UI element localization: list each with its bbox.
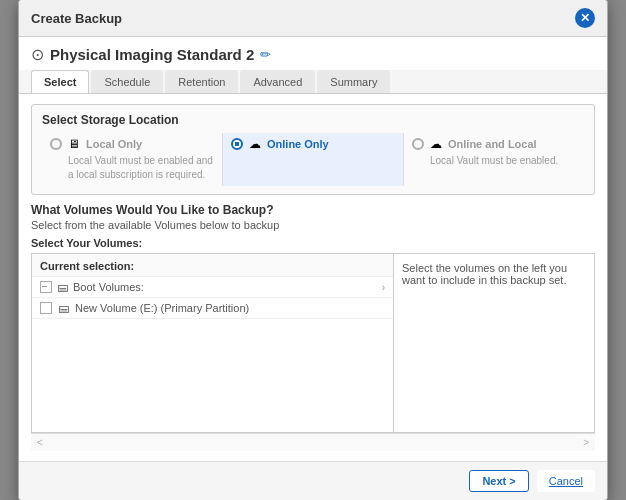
boot-vol-left: 🖴 Boot Volumes: bbox=[40, 281, 144, 293]
volumes-label: Select Your Volumes: bbox=[31, 237, 595, 249]
modal-body: Select Storage Location 🖥 Local Only Loc… bbox=[19, 94, 607, 461]
edit-name-icon[interactable]: ✏ bbox=[260, 47, 271, 62]
volumes-subtitle: Select from the available Volumes below … bbox=[31, 219, 595, 231]
scroll-hint-bar: < > bbox=[31, 433, 595, 451]
tabs-bar: Select Schedule Retention Advanced Summa… bbox=[19, 70, 607, 94]
next-button[interactable]: Next > bbox=[469, 470, 528, 492]
new-volume-item[interactable]: 🖴 New Volume (E:) (Primary Partition) bbox=[32, 298, 393, 319]
new-volume-icon: 🖴 bbox=[58, 302, 69, 314]
local-radio bbox=[50, 138, 62, 150]
local-option-desc: Local Vault must be enabled and a local … bbox=[50, 154, 214, 182]
both-icon: ☁ bbox=[430, 137, 442, 151]
new-volume-checkbox[interactable] bbox=[40, 302, 52, 314]
storage-option-both[interactable]: ☁ Online and Local Local Vault must be e… bbox=[404, 133, 584, 186]
online-icon: ☁ bbox=[249, 137, 261, 151]
right-panel-text: Select the volumes on the left you want … bbox=[402, 262, 567, 286]
storage-location-section: Select Storage Location 🖥 Local Only Loc… bbox=[31, 104, 595, 195]
scroll-right[interactable]: > bbox=[583, 437, 589, 448]
tab-advanced[interactable]: Advanced bbox=[240, 70, 315, 93]
boot-volumes-item[interactable]: 🖴 Boot Volumes: › bbox=[32, 277, 393, 298]
both-option-label: Online and Local bbox=[448, 138, 537, 150]
modal-header-title: Create Backup bbox=[31, 11, 122, 26]
boot-volumes-checkbox[interactable] bbox=[40, 281, 52, 293]
both-radio bbox=[412, 138, 424, 150]
boot-volumes-expand-icon: › bbox=[382, 282, 385, 293]
backup-name: Physical Imaging Standard 2 bbox=[50, 46, 254, 63]
close-icon: ✕ bbox=[580, 11, 590, 25]
local-option-header: 🖥 Local Only bbox=[50, 137, 214, 151]
online-option-label: Online Only bbox=[267, 138, 329, 150]
tab-summary[interactable]: Summary bbox=[317, 70, 390, 93]
storage-option-local[interactable]: 🖥 Local Only Local Vault must be enabled… bbox=[42, 133, 223, 186]
tab-retention[interactable]: Retention bbox=[165, 70, 238, 93]
tab-schedule[interactable]: Schedule bbox=[91, 70, 163, 93]
volumes-question: What Volumes Would You Like to Backup? bbox=[31, 203, 595, 217]
backup-type-icon: ⊙ bbox=[31, 45, 44, 64]
storage-options: 🖥 Local Only Local Vault must be enabled… bbox=[42, 133, 584, 186]
local-icon: 🖥 bbox=[68, 137, 80, 151]
create-backup-modal: Create Backup ✕ ⊙ Physical Imaging Stand… bbox=[18, 0, 608, 500]
modal-header: Create Backup ✕ bbox=[19, 0, 607, 37]
close-button[interactable]: ✕ bbox=[575, 8, 595, 28]
local-option-label: Local Only bbox=[86, 138, 142, 150]
modal-footer: Next > Cancel bbox=[19, 461, 607, 500]
both-option-desc: Local Vault must be enabled. bbox=[412, 154, 576, 168]
volumes-section: What Volumes Would You Like to Backup? S… bbox=[31, 203, 595, 451]
storage-option-online[interactable]: ☁ Online Only bbox=[223, 133, 404, 186]
online-option-header: ☁ Online Only bbox=[231, 137, 395, 151]
volumes-left-panel: Current selection: 🖴 Boot Volumes: › bbox=[32, 254, 394, 432]
current-selection-label: Current selection: bbox=[32, 254, 393, 277]
both-option-header: ☁ Online and Local bbox=[412, 137, 576, 151]
new-volume-label: New Volume (E:) (Primary Partition) bbox=[75, 302, 249, 314]
boot-volumes-label: Boot Volumes: bbox=[73, 281, 144, 293]
online-radio bbox=[231, 138, 243, 150]
volumes-panels: Current selection: 🖴 Boot Volumes: › bbox=[31, 253, 595, 433]
cancel-button[interactable]: Cancel bbox=[537, 470, 595, 492]
backup-title-row: ⊙ Physical Imaging Standard 2 ✏ bbox=[19, 37, 607, 70]
boot-volumes-icon: 🖴 bbox=[57, 281, 68, 293]
volumes-right-panel: Select the volumes on the left you want … bbox=[394, 254, 594, 432]
scroll-left[interactable]: < bbox=[37, 437, 43, 448]
tab-select[interactable]: Select bbox=[31, 70, 89, 93]
storage-section-title: Select Storage Location bbox=[42, 113, 584, 127]
